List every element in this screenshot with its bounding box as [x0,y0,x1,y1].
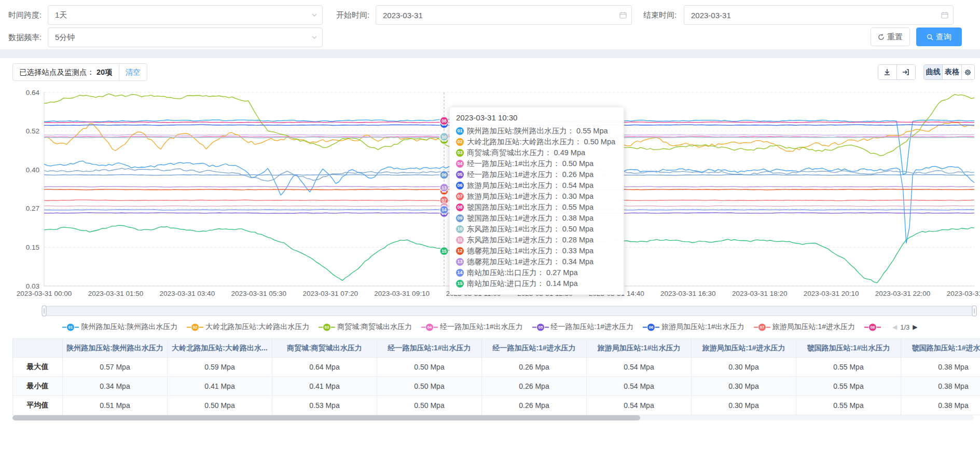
legend-page-indicator: 1/3 [900,323,909,331]
tooltip-series-line: 15南站加压站:进口压力： 0.14 Mpa [456,278,615,289]
tooltip-series-text: 旅游局加压站:1#出水压力： 0.54 Mpa [467,180,593,191]
time-span-label: 时间跨度: [8,5,42,25]
y-axis-tick-label: 0.52 [26,127,39,135]
stat-value-cell: 0.50 Mpa [377,377,482,396]
tooltip-series-text: 经一路加压站:1#进水压力： 0.26 Mpa [467,169,593,180]
horizontal-scrollbar-track[interactable] [12,415,974,420]
legend-item-04[interactable]: 04经一路加压站:1#出水压力 [421,322,522,332]
legend-item-06[interactable]: 06旅游局加压站:1#出水压力 [643,322,744,332]
frequency-select[interactable]: 5分钟 [48,28,323,47]
x-axis-tick-label: 2023-03-31 09:10 [374,290,430,297]
x-axis-tick-label: 2023-03-31 05:30 [231,290,286,297]
chevron-down-icon [311,34,318,40]
selected-points-count: 20项 [96,67,113,77]
x-axis-tick-label: 2023-03-31 20:10 [804,290,859,297]
stat-value-cell: 0.53 Mpa [272,396,377,415]
start-time-input[interactable]: 2023-03-31 [376,5,632,25]
reset-button[interactable]: 重置 [871,28,910,46]
legend-item-08[interactable]: 08 [864,323,881,331]
tooltip-series-line: 12德馨苑加压站:1#出水压力： 0.33 Mpa [456,246,615,256]
view-table-tab[interactable]: 表格 [943,65,961,79]
calendar-icon [941,11,948,19]
legend-marker-icon: 06 [643,323,659,331]
tooltip-series-line: 07旅游局加压站:1#进水压力： 0.30 Mpa [456,191,615,202]
x-axis-tick-label: 2023-03-31 03:40 [160,290,215,297]
legend-marker-icon: 04 [421,323,438,331]
stat-value-cell: 0.30 Mpa [692,358,796,377]
export-button-group [878,64,916,80]
selected-points-box: 已选择站点及监测点： 20项 清空 [12,63,147,81]
download-button[interactable] [878,65,897,79]
stat-value-cell: 0.55 Mpa [796,377,901,396]
filter-bar: 时间跨度: 1天 开始时间: 2023-03-31 结束时间: 2023-03-… [0,0,980,49]
stat-value-cell: 0.34 Mpa [63,377,168,396]
download-icon [883,68,891,76]
chart-settings-button[interactable] [962,65,974,79]
tooltip-series-line: 13德馨苑加压站:1#进水压力： 0.34 Mpa [456,256,615,267]
stat-value-cell: 0.50 Mpa [377,396,482,415]
legend-item-label: 陕州路加压站:陕州路出水压力 [81,322,177,332]
stat-value-cell: 0.26 Mpa [482,358,587,377]
legend-prev-arrow[interactable]: ◀ [892,323,897,331]
tooltip-series-badge: 15 [456,280,464,288]
legend-item-01[interactable]: 01陕州路加压站:陕州路出水压力 [62,322,177,332]
tooltip-series-line: 06旅游局加压站:1#出水压力： 0.54 Mpa [456,180,615,191]
export-button[interactable] [897,65,916,79]
x-axis-tick-label: 2023-03-31 16:30 [660,290,716,297]
time-span-select[interactable]: 1天 [48,5,323,25]
export-icon [902,68,910,76]
legend-next-arrow[interactable]: ▶ [913,323,917,331]
table-row: 平均值0.51 Mpa0.50 Mpa0.53 Mpa0.50 Mpa0.26 … [13,396,980,415]
tooltip-series-line: 02大岭北路加压站:大岭路出水压力： 0.50 Mpa [456,137,615,147]
svg-text:04: 04 [427,325,432,330]
legend-item-05[interactable]: 05经一路加压站:1#进水压力 [532,322,633,332]
stats-header-col: 大岭北路加压站:大岭路出水... [168,339,272,358]
datazoom-slider[interactable] [44,306,974,316]
stat-value-cell: 0.38 Mpa [901,396,980,415]
start-time-label: 开始时间: [336,5,369,25]
legend-item-02[interactable]: 02大岭北路加压站:大岭路出水压力 [187,322,309,332]
crosshair-badge-num: 08 [441,118,447,124]
reset-label: 重置 [887,32,903,42]
crosshair-badge-num: 10 [441,134,447,140]
query-button[interactable]: 查询 [916,28,962,46]
chevron-down-icon [311,12,318,18]
tooltip-series-badge: 08 [456,203,464,211]
view-curve-tab[interactable]: 曲线 [924,65,943,79]
legend-item-label: 大岭北路加压站:大岭路出水压力 [205,322,309,332]
svg-text:05: 05 [538,325,542,330]
stat-value-cell: 0.26 Mpa [482,396,587,415]
tooltip-series-text: 德馨苑加压站:1#出水压力： 0.33 Mpa [467,246,593,256]
tooltip-series-badge: 13 [456,258,464,266]
tooltip-series-badge: 11 [456,236,464,244]
end-time-input[interactable]: 2023-03-31 [684,5,954,25]
search-icon [927,34,933,40]
end-time-label: 结束时间: [643,5,677,25]
tooltip-timestamp: 2023-03-31 10:30 [456,113,615,123]
crosshair-badge-num: 14 [441,207,447,212]
clear-selection-button[interactable]: 清空 [119,64,147,80]
stat-value-cell: 0.54 Mpa [587,377,692,396]
table-row: 最大值0.57 Mpa0.59 Mpa0.64 Mpa0.50 Mpa0.26 … [13,358,980,377]
tooltip-series-badge: 10 [456,225,464,233]
crosshair-badge-num: 15 [441,249,447,254]
stat-value-cell: 0.51 Mpa [63,396,168,415]
legend-item-03[interactable]: 03商贸城:商贸城出水压力 [319,322,412,332]
query-label: 查询 [936,32,951,42]
horizontal-scrollbar-thumb[interactable] [12,415,640,420]
svg-text:02: 02 [193,325,197,330]
frequency-value: 5分钟 [55,33,75,43]
x-axis-tick-label: 2023-03-31 00:00 [17,290,72,297]
y-axis-tick-label: 0.64 [26,89,40,97]
x-axis-tick-label: 2023-03-31 18:20 [732,290,788,297]
svg-text:03: 03 [325,325,329,330]
legend-item-07[interactable]: 07旅游局加压站:1#进水压力 [754,322,855,332]
stats-header-col: 旅游局加压站:1#进水压力 [692,339,796,358]
legend-pager: ◀1/3▶ [892,323,918,331]
tooltip-series-text: 南站加压站:出口压力： 0.27 Mpa [467,267,578,278]
stats-header-col: 旅游局加压站:1#出水压力 [587,339,692,358]
stats-header-col: 陕州路加压站:陕州路出水压力 [63,339,168,358]
legend-marker-icon: 02 [187,323,203,331]
crosshair-badge-num: 13 [441,185,447,191]
legend-item-label: 旅游局加压站:1#出水压力 [661,322,744,332]
